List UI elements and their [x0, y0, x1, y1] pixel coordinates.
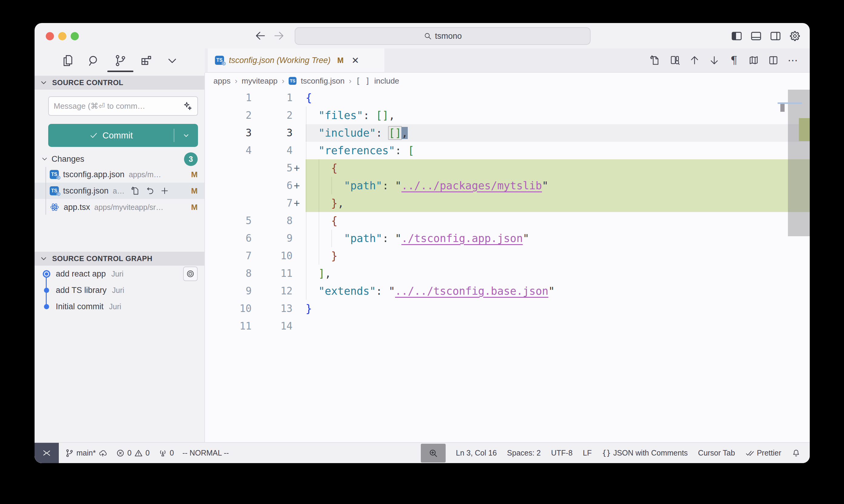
publish-cloud-icon[interactable]: [98, 449, 107, 458]
minimap-icon[interactable]: [748, 55, 759, 66]
commit-row[interactable]: add TS libraryJuri: [35, 282, 204, 298]
toggle-primary-sidebar-icon[interactable]: [730, 30, 743, 42]
file-name: tsconfig.app.json: [63, 170, 125, 179]
changed-file-row[interactable]: TS⚙tsconfig.jsona…M: [35, 183, 204, 199]
next-change-icon[interactable]: [708, 55, 720, 66]
editor-line[interactable]: 811 ],: [205, 265, 810, 282]
changed-file-row[interactable]: app.tsxapps/myviteapp/sr…M: [35, 199, 204, 215]
explorer-icon[interactable]: [61, 54, 74, 67]
goto-head-button[interactable]: [183, 267, 198, 281]
editor-scrollbar[interactable]: [788, 90, 810, 236]
commit-row[interactable]: Initial commitJuri: [35, 298, 204, 315]
settings-gear-icon[interactable]: [789, 30, 801, 42]
navigate-back-button[interactable]: [254, 30, 266, 42]
more-actions-icon[interactable]: ⋯: [787, 55, 799, 66]
open-file-icon[interactable]: [131, 186, 140, 196]
breadcrumb-item-file[interactable]: tsconfig.json: [301, 76, 345, 86]
breadcrumb-item-myviteapp[interactable]: myviteapp: [242, 76, 278, 86]
changed-file-row[interactable]: TS⚙tsconfig.app.jsonapps/m…M: [35, 166, 204, 183]
error-count: 0: [127, 449, 132, 457]
source-control-icon[interactable]: [114, 54, 127, 67]
eol-item[interactable]: LF: [583, 449, 592, 457]
zoom-indicator-button[interactable]: [421, 444, 446, 463]
tab-tsconfig-working-tree[interactable]: TS⚙ tsconfig.json (Working Tree) M ✕: [208, 49, 384, 72]
diff-editor[interactable]: 11{22 "files": [],33 "include": [],44 "r…: [205, 89, 810, 442]
editor-line[interactable]: 58 {: [205, 212, 810, 230]
tab-close-icon[interactable]: ✕: [351, 55, 359, 66]
activity-bar: [35, 49, 205, 73]
command-center-search[interactable]: tsmono: [295, 27, 590, 45]
gear-overlay-icon: ⚙: [56, 175, 61, 181]
breadcrumb-item-apps[interactable]: apps: [213, 76, 230, 86]
editor-line[interactable]: 710 }: [205, 247, 810, 265]
added-line-marker: [293, 89, 306, 107]
editor-line[interactable]: 44 "references": [: [205, 142, 810, 159]
title-bar: tsmono: [35, 23, 810, 49]
added-line-marker: [293, 265, 306, 282]
commit-dropdown-button[interactable]: [174, 131, 198, 140]
vim-mode-indicator[interactable]: -- NORMAL --: [183, 449, 229, 457]
editor-line[interactable]: 912 "extends": "../../tsconfig.base.json…: [205, 282, 810, 300]
search-icon: [424, 32, 432, 40]
source-control-graph-header[interactable]: SOURCE CONTROL GRAPH: [35, 252, 204, 266]
sparkle-ai-icon[interactable]: [182, 101, 192, 111]
commit-author: Juri: [112, 286, 124, 295]
changes-group-header[interactable]: Changes 3: [35, 152, 204, 166]
window-close-button[interactable]: [46, 32, 54, 40]
split-editor-icon[interactable]: [768, 55, 779, 66]
editor-line[interactable]: 5+ {: [205, 159, 810, 177]
source-control-section-header[interactable]: SOURCE CONTROL: [35, 76, 204, 90]
formatter-item[interactable]: Prettier: [745, 449, 781, 458]
tab-completion-item[interactable]: Cursor Tab: [698, 449, 735, 457]
indentation-item[interactable]: Spaces: 2: [507, 449, 541, 457]
encoding-item[interactable]: UTF-8: [551, 449, 573, 457]
branch-status-item[interactable]: main*: [65, 449, 107, 458]
commit-row[interactable]: add react appJuri: [35, 266, 204, 282]
line-number-modified: 4: [252, 142, 293, 159]
stage-changes-icon[interactable]: [160, 186, 170, 196]
editor-line[interactable]: 33 "include": [],: [205, 124, 810, 142]
previous-change-icon[interactable]: [689, 55, 700, 66]
notifications-bell-icon[interactable]: [792, 449, 800, 458]
editor-line[interactable]: 69 "path": "./tsconfig.app.json": [205, 230, 810, 247]
ports-status-item[interactable]: 0: [158, 449, 174, 458]
remote-indicator-button[interactable]: [35, 443, 59, 463]
window-maximize-button[interactable]: [71, 32, 79, 40]
tsconfig-file-icon: TS⚙: [50, 186, 59, 195]
problems-status-item[interactable]: 0 0: [116, 449, 150, 458]
render-whitespace-icon[interactable]: ¶: [728, 55, 740, 66]
editor-line[interactable]: 22 "files": [],: [205, 107, 810, 124]
editor-line[interactable]: 1114: [205, 318, 810, 335]
navigate-forward-button[interactable]: [273, 30, 285, 42]
commit-message-input[interactable]: Message (⌘⏎ to comm…: [48, 96, 198, 116]
discard-changes-icon[interactable]: [145, 186, 155, 196]
toggle-secondary-sidebar-icon[interactable]: [769, 30, 782, 42]
chevron-down-icon: [39, 254, 48, 263]
breadcrumb-separator: ›: [282, 76, 285, 86]
window-minimize-button[interactable]: [58, 32, 66, 40]
extensions-icon[interactable]: [139, 54, 153, 67]
editor-line[interactable]: 11{: [205, 89, 810, 107]
code-text: "include": [],: [306, 124, 810, 142]
indent-guide: [331, 230, 332, 247]
cursor-position-item[interactable]: Ln 3, Col 16: [456, 449, 497, 457]
line-number-original: [205, 177, 252, 195]
language-mode-item[interactable]: {} JSON with Comments: [602, 449, 688, 457]
open-changes-icon[interactable]: [649, 55, 661, 66]
magnifier-plus-icon: [428, 448, 438, 458]
vscode-window: tsmono: [35, 23, 810, 463]
editor-line[interactable]: 1013}: [205, 300, 810, 318]
line-number-original: 8: [205, 265, 252, 282]
editor-line[interactable]: 7+ },: [205, 195, 810, 212]
line-number-modified: 7: [252, 195, 293, 212]
ports-count: 0: [170, 449, 174, 457]
editor-line[interactable]: 6+ "path": "../../packages/mytslib": [205, 177, 810, 195]
code-text: ],: [306, 265, 810, 282]
compare-inline-view-icon[interactable]: [669, 55, 681, 66]
breadcrumb-item-symbol[interactable]: include: [374, 76, 399, 86]
line-number-modified: 5: [252, 159, 293, 177]
additional-views-chevron-icon[interactable]: [166, 54, 179, 67]
commit-button[interactable]: Commit: [48, 124, 198, 147]
toggle-panel-icon[interactable]: [750, 30, 762, 42]
search-view-icon[interactable]: [87, 54, 100, 67]
